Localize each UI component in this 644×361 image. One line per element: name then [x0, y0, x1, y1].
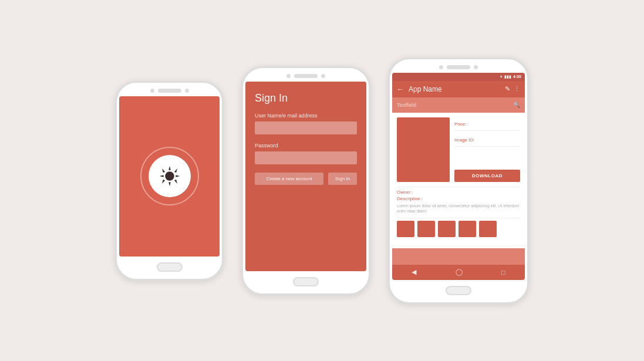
- create-account-button[interactable]: Create a new account: [255, 173, 323, 185]
- thumbnail-2: [417, 221, 435, 237]
- back-icon[interactable]: ←: [397, 85, 404, 93]
- phone2-top-bar: [243, 68, 369, 82]
- home-button[interactable]: [446, 286, 471, 295]
- app-toolbar: ← App Name ✎ ⋮: [392, 81, 525, 97]
- status-time: 4:00: [513, 75, 521, 79]
- sign-in-button[interactable]: Sign In: [328, 173, 357, 185]
- username-label: User Name/e mail address: [255, 113, 357, 119]
- thumbnail-row: [397, 221, 520, 237]
- divider-1: [397, 187, 520, 187]
- search-icon[interactable]: 🔍: [513, 102, 520, 108]
- image-id-line: Image ID:: [454, 133, 520, 147]
- signin-title: Sign In: [255, 92, 357, 104]
- product-image: [397, 117, 450, 182]
- signin-buttons: Create a new account Sign In: [255, 173, 357, 185]
- home-button[interactable]: [293, 277, 319, 286]
- search-placeholder[interactable]: Textfield: [397, 102, 513, 108]
- search-bar: Textfield 🔍: [392, 97, 525, 113]
- svg-point-0: [165, 171, 174, 181]
- thumbnail-3: [438, 221, 456, 237]
- phone1-bottom-bar: [157, 257, 183, 279]
- content-main-row: Price: Image ID: DOWNLOAD: [397, 117, 520, 182]
- svg-marker-1: [168, 166, 170, 170]
- edit-icon[interactable]: ✎: [505, 85, 510, 93]
- signin-screen: Sign In User Name/e mail address Passwor…: [245, 82, 366, 271]
- username-input[interactable]: [255, 122, 357, 134]
- image-id-label: Image ID:: [454, 137, 475, 143]
- svg-marker-4: [176, 175, 180, 177]
- camera-dot: [439, 65, 443, 69]
- outer-ring: [140, 147, 199, 205]
- description-label: Description :: [397, 196, 520, 201]
- status-bar: ▾ ▮▮▮ 4:00: [392, 73, 525, 81]
- speaker: [447, 65, 470, 69]
- app-layout: ▾ ▮▮▮ 4:00 ← App Name ✎ ⋮ Textfield 🔍: [392, 73, 525, 280]
- home-button[interactable]: [157, 262, 183, 272]
- sun-icon: [159, 165, 181, 187]
- speaker: [294, 74, 318, 78]
- svg-marker-5: [162, 168, 165, 173]
- download-button[interactable]: DOWNLOAD: [454, 170, 520, 182]
- password-label: Password: [255, 143, 357, 149]
- phone-signin: Sign In User Name/e mail address Passwor…: [241, 66, 370, 295]
- inner-circle: [149, 155, 191, 197]
- nav-back-icon[interactable]: ◀: [412, 268, 416, 276]
- svg-marker-8: [174, 180, 177, 184]
- phone2-bottom-bar: [293, 271, 319, 293]
- thumbnail-4: [458, 221, 476, 237]
- svg-marker-3: [159, 175, 163, 177]
- tab-bar: [392, 248, 525, 265]
- phone3-top-bar: [390, 59, 527, 73]
- nav-bar: ◀ ◯ □: [392, 265, 525, 280]
- price-line: Price:: [454, 117, 520, 131]
- description-body: Lorem ipsum dolor sit amet, consectetur …: [397, 203, 520, 215]
- splash-bg: [119, 96, 220, 257]
- speaker: [158, 89, 181, 93]
- phone3-bottom-bar: [446, 280, 471, 302]
- thumbnail-5: [479, 221, 497, 237]
- camera-dot: [150, 89, 154, 93]
- password-input[interactable]: [255, 151, 357, 164]
- nav-recent-icon[interactable]: □: [501, 269, 505, 276]
- price-label: Price:: [454, 122, 466, 127]
- sensor-dot: [474, 65, 478, 69]
- thumbnail-1: [397, 221, 414, 237]
- svg-marker-7: [162, 180, 165, 184]
- signal-icon: ▮▮▮: [504, 75, 511, 79]
- wifi-icon: ▾: [500, 75, 503, 79]
- divider-2: [397, 218, 520, 218]
- toolbar-actions: ✎ ⋮: [505, 85, 520, 93]
- owner-label: Owner :: [397, 190, 520, 195]
- more-icon[interactable]: ⋮: [514, 85, 520, 93]
- sensor-dot: [321, 74, 325, 78]
- signin-bg: Sign In User Name/e mail address Passwor…: [245, 82, 366, 271]
- sensor-dot: [185, 89, 189, 93]
- app-name: App Name: [409, 85, 500, 93]
- phone1-top-bar: [117, 83, 222, 96]
- app-screen: ▾ ▮▮▮ 4:00 ← App Name ✎ ⋮ Textfield 🔍: [392, 73, 525, 280]
- camera-dot: [286, 74, 291, 78]
- svg-marker-6: [174, 168, 177, 173]
- splash-screen: [119, 96, 220, 257]
- phone-app: ▾ ▮▮▮ 4:00 ← App Name ✎ ⋮ Textfield 🔍: [388, 58, 529, 304]
- app-content: Price: Image ID: DOWNLOAD Owner : Descri…: [392, 113, 525, 248]
- phone-splash: [115, 81, 224, 281]
- nav-home-icon[interactable]: ◯: [456, 268, 463, 276]
- product-details: Price: Image ID: DOWNLOAD: [454, 117, 520, 182]
- svg-marker-2: [168, 182, 170, 186]
